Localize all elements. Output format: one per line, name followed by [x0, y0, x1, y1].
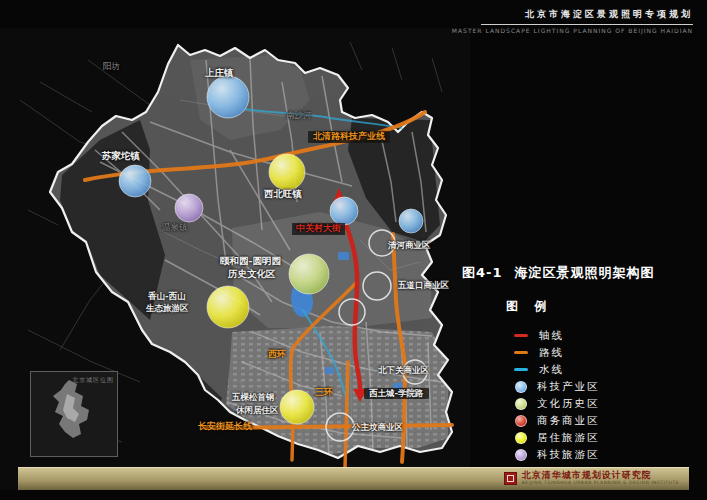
poster: 阳坊 上庄镇 南沙河 北清路科技产业线 苏家坨镇 西北旺镇 温泉镇 中关村大街 … [0, 0, 707, 500]
map-label-wukesong-2: 休闲居住区 [236, 406, 279, 415]
yellow-zone-swatch [515, 432, 527, 444]
legend-label: 科技产业区 [537, 380, 600, 394]
map-label-beiqinglu-line: 北清路科技产业线 [308, 131, 390, 143]
legend-item-residential-tourism: 居住旅游区 [514, 429, 702, 446]
zone-circle-yiheyuan-green [289, 254, 329, 294]
page-title: 北京市海淀区景观照明专项规划 [413, 8, 693, 21]
page-subtitle: MASTER LANDSCAPE LIGHTING PLANNING OF BE… [413, 27, 693, 34]
header-divider [481, 24, 693, 25]
figure-number: 图4-1 [462, 265, 503, 280]
publisher-logo-icon [504, 472, 517, 485]
map-label-sujiatuo: 苏家坨镇 [102, 151, 140, 161]
map-label-shangzhuang: 上庄镇 [205, 68, 234, 78]
legend-item-tech-industry: 科技产业区 [514, 378, 702, 395]
legend-item-route: 路线 [514, 344, 702, 361]
purple-zone-swatch [515, 449, 527, 461]
map-label-xiangshan-2: 生态旅游区 [146, 304, 189, 313]
map-label-gongzhufen: 公主坟商业区 [352, 423, 403, 432]
map-label-changanjie: 长安街延长线 [198, 422, 252, 432]
route-line-swatch [514, 351, 528, 354]
water-line-swatch [514, 368, 528, 371]
map-label-wukesong-1: 五棵松首钢 [232, 393, 275, 402]
legend-item-business: 商务商业区 [514, 412, 702, 429]
legend-item-tech-tourism: 科技旅游区 [514, 446, 702, 463]
map-label-zhongguancun-axis: 中关村大街 [292, 223, 345, 235]
zone-circle-north-yellow [269, 154, 305, 190]
legend-item-water: 水线 [514, 361, 702, 378]
inset-label: 北京城区位图 [72, 376, 114, 385]
map-label-yangfang: 阳坊 [103, 62, 120, 71]
publisher-subtitle: BEIJING TSINGHUA URBAN PLANNING & DESIGN… [522, 481, 679, 486]
zone-circle-wukesong-yellow [280, 390, 314, 424]
footer-bar: 北京清华城市规划设计研究院 BEIJING TSINGHUA URBAN PLA… [18, 467, 689, 490]
legend-title: 图 例 [506, 298, 702, 315]
zone-circle-wenquan-purple [175, 194, 203, 222]
publisher: 北京清华城市规划设计研究院 BEIJING TSINGHUA URBAN PLA… [504, 471, 679, 486]
zone-circle-shangzhuang-blue [207, 76, 249, 118]
map-label-xihuan: 西环 [268, 350, 286, 360]
red-zone-swatch [515, 415, 527, 427]
map-label-qinghe: 清河商业区 [388, 241, 431, 250]
legend-label: 轴线 [539, 329, 564, 343]
map-label-wenquan: 温泉镇 [162, 223, 188, 232]
publisher-name: 北京清华城市规划设计研究院 [522, 471, 679, 480]
green-zone-swatch [515, 398, 527, 410]
figure-title: 海淀区景观照明架构图 [515, 265, 655, 280]
map-label-beixiaguan: 北下关商业区 [378, 366, 429, 375]
map-label-yiheyuan-2: 历史文化区 [228, 269, 276, 279]
water-pond-1 [338, 252, 349, 260]
legend-label: 科技旅游区 [537, 448, 600, 462]
zone-circle-shangdi-blue [330, 197, 358, 225]
header: 北京市海淀区景观照明专项规划 MASTER LANDSCAPE LIGHTING… [413, 8, 693, 34]
axis-line-swatch [514, 334, 528, 337]
zone-circle-qinghe-blue [399, 209, 423, 233]
zone-circle-xiangshan-yellow [207, 286, 249, 328]
legend-label: 商务商业区 [537, 414, 600, 428]
legend-label: 水线 [539, 363, 564, 377]
blue-zone-swatch [515, 381, 527, 393]
legend-panel: 图4-1海淀区景观照明架构图 图 例 轴线 路线 水线 科技产业区 文化历 [462, 262, 702, 463]
map-label-xibeiwang: 西北旺镇 [264, 189, 302, 199]
legend-items: 轴线 路线 水线 科技产业区 文化历史区 商务商业区 [514, 327, 702, 463]
map-label-wudaokou: 五道口商业区 [398, 281, 449, 290]
legend-label: 文化历史区 [537, 397, 600, 411]
legend-item-culture-history: 文化历史区 [514, 395, 702, 412]
map-label-xiangshan-1: 香山-西山 [148, 292, 186, 301]
legend-label: 居住旅游区 [537, 431, 600, 445]
map-label-yiheyuan-1: 颐和园-圆明园 [220, 256, 281, 266]
legend-label: 路线 [539, 346, 564, 360]
map-label-xitucheng: 西土城-学院路 [364, 388, 429, 399]
water-pond-3 [325, 367, 334, 374]
map-label-sanhuan: 三环 [315, 388, 333, 398]
inset-location-map: 北京城区位图 [30, 371, 118, 457]
legend-item-axis: 轴线 [514, 327, 702, 344]
map-label-nanshahe: 南沙河 [286, 111, 312, 120]
zone-circle-sujiatuo-blue [119, 165, 151, 197]
